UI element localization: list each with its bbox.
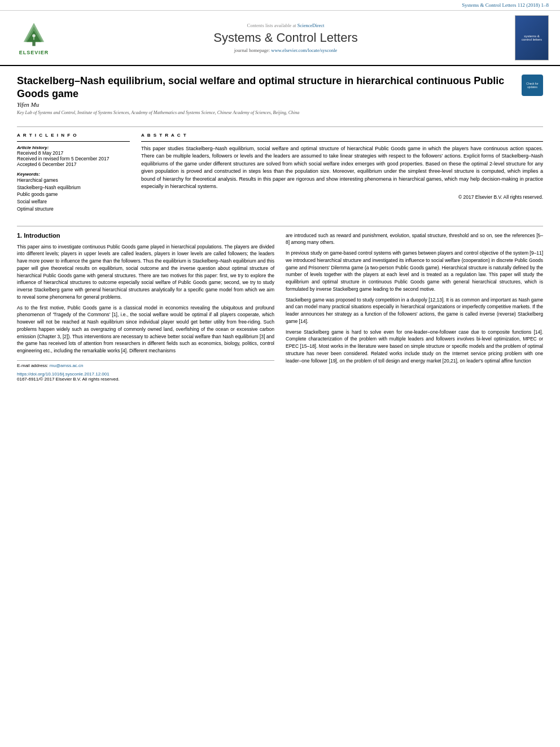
keyword-3: Public goods game [17, 191, 130, 198]
body-right-column: are introduced such as reward and punish… [286, 232, 543, 382]
intro-para-2: As to the first motive, Public Goods gam… [17, 304, 274, 355]
elsevier-tree-icon [17, 20, 51, 49]
journal-homepage: journal homepage: www.elsevier.com/locat… [56, 47, 515, 53]
svg-point-4 [32, 34, 35, 37]
copyright-text: © 2017 Elsevier B.V. All rights reserved… [141, 194, 543, 200]
keyword-5: Optimal structure [17, 206, 130, 213]
email-link[interactable]: mu@amss.ac.cn [50, 363, 84, 368]
right-para-2: In previous study on game-based control … [286, 250, 543, 293]
keyword-1: Hierarchical games [17, 177, 130, 184]
doi-link[interactable]: https://doi.org/10.1016/j.sysconle.2017.… [17, 372, 110, 377]
article-info-column: A R T I C L E I N F O Article history: R… [17, 133, 130, 217]
article-info-abstract: A R T I C L E I N F O Article history: R… [17, 126, 543, 217]
history-label: Article history: [17, 145, 130, 150]
body-left-column: 1. Introduction This paper aims to inves… [17, 232, 274, 382]
homepage-url[interactable]: www.elsevier.com/locate/sysconle [271, 47, 337, 53]
keywords-block: Keywords: Hierarchical games Stackelberg… [17, 172, 130, 213]
top-bar: Systems & Control Letters 112 (2018) 1–8 [0, 0, 560, 11]
author-affiliation: Key Lab of Systems and Control, Institut… [17, 110, 516, 115]
author-name: Yifen Mu [17, 101, 516, 108]
keyword-4: Social welfare [17, 198, 130, 206]
journal-citation: Systems & Control Letters 112 (2018) 1–8 [462, 2, 549, 8]
accepted-date: Accepted 6 December 2017 [17, 161, 130, 167]
article-info-label: A R T I C L E I N F O [17, 133, 130, 138]
abstract-divider [141, 141, 543, 142]
email-label: E-mail address: [17, 363, 49, 368]
keywords-label: Keywords: [17, 172, 130, 177]
body-content: 1. Introduction This paper aims to inves… [17, 226, 543, 382]
page: Systems & Control Letters 112 (2018) 1–8… [0, 0, 560, 747]
check-updates-badge: Check for updates [522, 75, 543, 96]
doi-area: https://doi.org/10.1016/j.sysconle.2017.… [17, 372, 274, 382]
abstract-text: This paper studies Stackelberg–Nash equi… [141, 145, 543, 191]
introduction-heading: 1. Introduction [17, 232, 274, 239]
elsevier-text: ELSEVIER [11, 50, 56, 55]
revised-date: Received in revised form 5 December 2017 [17, 156, 130, 161]
main-content: Stackelberg–Nash equilibrium, social wel… [0, 66, 560, 393]
right-para-3: Stackelberg game was proposed to study c… [286, 296, 543, 325]
right-para-1: are introduced such as reward and punish… [286, 232, 543, 247]
issn-text: 0167-6911/© 2017 Elsevier B.V. All right… [17, 377, 120, 382]
article-title-section: Stackelberg–Nash equilibrium, social wel… [17, 75, 543, 122]
divider [17, 141, 130, 142]
intro-para-1: This paper aims to investigate continuou… [17, 243, 274, 301]
abstract-label: A B S T R A C T [141, 133, 543, 138]
received-date: Received 8 May 2017 [17, 150, 130, 156]
journal-cover-image: systems & control letters [515, 15, 549, 60]
elsevier-logo: ELSEVIER [11, 20, 56, 55]
journal-center: Contents lists available at ScienceDirec… [56, 23, 515, 53]
abstract-column: A B S T R A C T This paper studies Stack… [141, 133, 543, 217]
journal-header: ELSEVIER Contents lists available at Sci… [0, 11, 560, 66]
sciencedirect-link[interactable]: ScienceDirect [298, 23, 325, 28]
right-para-4: Inverse Stackelberg game is hard to solv… [286, 329, 543, 365]
article-title: Stackelberg–Nash equilibrium, social wel… [17, 75, 516, 101]
journal-title: Systems & Control Letters [56, 30, 515, 45]
article-history: Article history: Received 8 May 2017 Rec… [17, 145, 130, 167]
footnote: E-mail address: mu@amss.ac.cn [17, 360, 274, 368]
sciencedirect-line: Contents lists available at ScienceDirec… [56, 23, 515, 28]
keyword-2: Stackelberg–Nash equilibrium [17, 184, 130, 191]
